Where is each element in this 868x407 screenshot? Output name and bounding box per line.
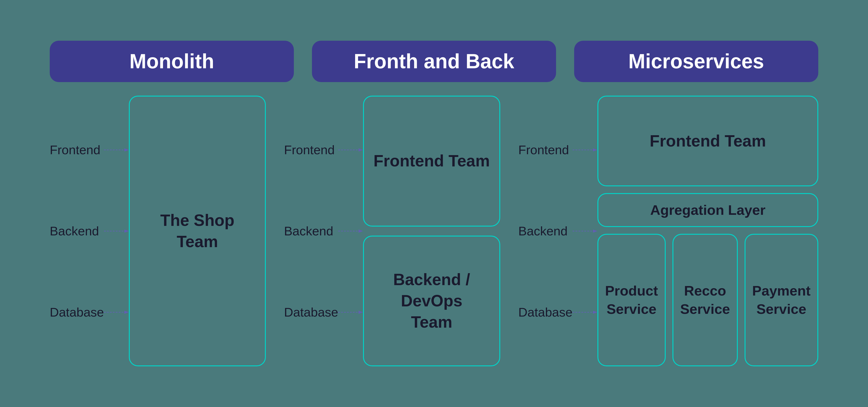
monolith-arrow-2: [104, 228, 129, 234]
fab-labels: Frontend Backend Database: [284, 96, 338, 366]
fab-frontend-label: Frontend: [284, 143, 338, 157]
svg-marker-11: [359, 311, 363, 314]
micro-frontend-team-box: Frontend Team: [597, 96, 818, 186]
micro-database-label: Database: [518, 305, 572, 319]
svg-marker-9: [359, 229, 363, 233]
micro-agg-title: Agregation Layer: [641, 192, 774, 228]
micro-frontend-label: Frontend: [518, 143, 572, 157]
micro-arrow-1: [572, 147, 597, 153]
svg-marker-5: [124, 311, 129, 314]
svg-marker-17: [593, 311, 597, 314]
svg-marker-7: [359, 148, 363, 152]
fab-arrow-1: [338, 147, 363, 153]
micro-aggregation-box: Agregation Layer: [597, 193, 818, 227]
frontback-title: Fronth and Back: [354, 50, 514, 73]
micro-services-row: ProductService ReccoService PaymentServi…: [597, 234, 818, 366]
monolith-labels: Frontend Backend Database: [50, 96, 104, 366]
fab-database-label: Database: [284, 305, 338, 319]
monolith-arrow-1: [104, 147, 129, 153]
fab-backend-box-title: Backend / DevOpsTeam: [364, 260, 499, 342]
micro-arrow-3: [572, 309, 597, 316]
frontback-header: Fronth and Back: [312, 41, 556, 82]
monolith-box: The Shop Team: [129, 96, 266, 366]
monolith-arrows: [104, 96, 129, 366]
fab-frontend-box-title: Frontend Team: [364, 141, 499, 181]
monolith-column: Frontend Backend Database: [50, 96, 266, 366]
content-row: Frontend Backend Database: [50, 96, 818, 366]
fab-arrow-3: [338, 309, 363, 316]
fab-arrow-2: [338, 228, 363, 234]
diagram-container: Monolith Fronth and Back Microservices F…: [27, 23, 841, 384]
frontback-column: Frontend Backend Database: [284, 96, 500, 366]
microservices-title: Microservices: [628, 50, 764, 73]
micro-arrows: [572, 96, 597, 366]
fab-backend-label: Backend: [284, 224, 338, 238]
svg-marker-1: [124, 148, 129, 152]
monolith-box-title: The Shop Team: [130, 201, 265, 261]
micro-arrow-2: [572, 228, 597, 234]
svg-marker-13: [593, 148, 597, 152]
monolith-arrow-3: [104, 309, 129, 316]
micro-frontend-team-title: Frontend Team: [641, 121, 775, 161]
micro-labels: Frontend Backend Database: [518, 96, 572, 366]
microservices-column: Frontend Backend Database: [518, 96, 818, 366]
monolith-header: Monolith: [50, 41, 294, 82]
payment-service-title: PaymentService: [752, 282, 811, 318]
svg-marker-15: [593, 229, 597, 233]
monolith-database-label: Database: [50, 305, 104, 319]
product-service-box: ProductService: [597, 234, 666, 366]
product-service-title: ProductService: [605, 282, 658, 318]
fab-boxes: Frontend Team Backend / DevOpsTeam: [363, 96, 500, 366]
monolith-frontend-label: Frontend: [50, 143, 104, 157]
recco-service-title: ReccoService: [680, 282, 730, 318]
payment-service-box: PaymentService: [745, 234, 818, 366]
micro-boxes: Frontend Team Agregation Layer ProductSe…: [597, 96, 818, 366]
microservices-header: Microservices: [574, 41, 818, 82]
fab-backend-box: Backend / DevOpsTeam: [363, 236, 500, 367]
micro-backend-label: Backend: [518, 224, 572, 238]
svg-marker-3: [124, 229, 129, 233]
monolith-backend-label: Backend: [50, 224, 104, 238]
header-row: Monolith Fronth and Back Microservices: [50, 41, 818, 82]
fab-frontend-box: Frontend Team: [363, 96, 500, 226]
monolith-title: Monolith: [129, 50, 214, 73]
fab-arrows: [338, 96, 363, 366]
recco-service-box: ReccoService: [673, 234, 738, 366]
